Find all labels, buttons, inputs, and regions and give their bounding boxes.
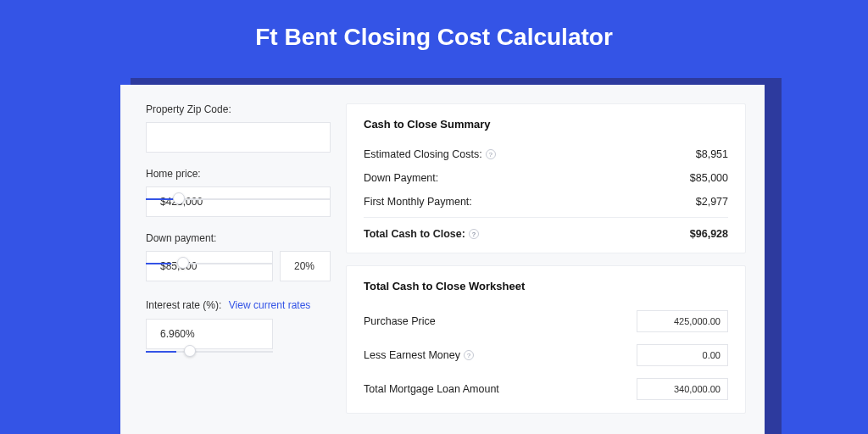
interest-slider-fill: [146, 351, 176, 353]
summary-row-label: Estimated Closing Costs:?: [364, 148, 496, 160]
home-price-label: Home price:: [146, 168, 331, 180]
interest-input[interactable]: [146, 319, 273, 349]
home-price-group: Home price:: [146, 168, 331, 217]
summary-panel: Cash to Close Summary Estimated Closing …: [346, 103, 746, 253]
summary-total-label: Total Cash to Close:?: [364, 228, 479, 240]
worksheet-row-label: Total Mortgage Loan Amount: [364, 383, 499, 395]
worksheet-value-input[interactable]: [637, 378, 728, 400]
zip-input[interactable]: [146, 122, 331, 153]
results-panel: Cash to Close Summary Estimated Closing …: [346, 103, 746, 434]
calculator-card: Property Zip Code: Home price: Down paym…: [120, 85, 765, 434]
worksheet-row-label: Purchase Price: [364, 315, 436, 327]
summary-total-value: $96,928: [690, 228, 728, 240]
interest-slider-thumb[interactable]: [184, 345, 196, 357]
down-payment-pct-input[interactable]: [280, 251, 331, 281]
zip-group: Property Zip Code:: [146, 103, 331, 153]
worksheet-panel: Total Cash to Close Worksheet Purchase P…: [346, 265, 746, 414]
interest-group: Interest rate (%): View current rates: [146, 297, 331, 349]
summary-row-value: $8,951: [696, 148, 728, 160]
summary-row-value: $85,000: [690, 172, 728, 184]
summary-row-value: $2,977: [696, 196, 728, 208]
zip-label: Property Zip Code:: [146, 103, 331, 115]
summary-row: Down Payment: $85,000: [364, 166, 728, 190]
down-payment-group: Down payment:: [146, 232, 331, 281]
down-payment-slider-fill: [146, 263, 171, 264]
view-rates-link[interactable]: View current rates: [229, 299, 311, 311]
help-icon[interactable]: ?: [469, 229, 479, 239]
page-title: Ft Bent Closing Cost Calculator: [0, 0, 868, 70]
input-panel: Property Zip Code: Home price: Down paym…: [146, 103, 331, 434]
home-price-slider-thumb[interactable]: [173, 192, 185, 204]
summary-total-row: Total Cash to Close:? $96,928: [364, 217, 728, 246]
worksheet-row: Total Mortgage Loan Amount: [364, 372, 728, 406]
summary-heading: Cash to Close Summary: [364, 118, 728, 131]
interest-label: Interest rate (%):: [146, 299, 221, 311]
worksheet-value-input[interactable]: [637, 344, 728, 366]
summary-row-label: Down Payment:: [364, 172, 438, 184]
help-icon[interactable]: ?: [486, 149, 496, 159]
worksheet-row: Purchase Price: [364, 304, 728, 338]
worksheet-value-input[interactable]: [637, 310, 728, 332]
down-payment-slider-thumb[interactable]: [177, 257, 189, 269]
summary-row: Estimated Closing Costs:? $8,951: [364, 142, 728, 166]
worksheet-row-label: Less Earnest Money?: [364, 349, 474, 361]
help-icon[interactable]: ?: [464, 350, 474, 360]
down-payment-label: Down payment:: [146, 232, 331, 244]
summary-row: First Monthly Payment: $2,977: [364, 190, 728, 214]
worksheet-row: Less Earnest Money?: [364, 338, 728, 372]
down-payment-input[interactable]: [146, 251, 273, 281]
summary-row-label: First Monthly Payment:: [364, 196, 472, 208]
worksheet-heading: Total Cash to Close Worksheet: [364, 280, 728, 292]
